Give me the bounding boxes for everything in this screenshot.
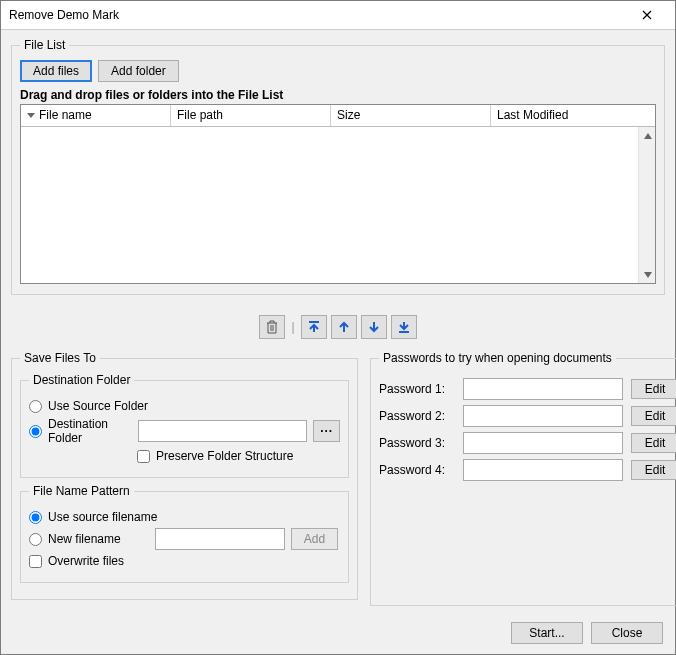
use-source-folder-input[interactable] bbox=[29, 400, 42, 413]
scroll-down-icon[interactable] bbox=[639, 266, 656, 283]
trash-icon bbox=[266, 320, 278, 334]
move-down-button[interactable] bbox=[361, 315, 387, 339]
use-source-filename-radio[interactable]: Use source filename bbox=[29, 510, 157, 524]
destination-folder-field[interactable] bbox=[138, 420, 307, 442]
scrollbar[interactable] bbox=[638, 127, 655, 283]
file-table: File name File path Size Last Modified bbox=[20, 104, 656, 284]
footer: Start... Close bbox=[1, 614, 675, 654]
file-list-legend: File List bbox=[20, 38, 69, 52]
window-close-button[interactable] bbox=[627, 1, 667, 29]
scroll-up-icon[interactable] bbox=[639, 127, 656, 144]
list-actions-toolbar: | bbox=[11, 315, 665, 339]
destination-folder-fieldset: Destination Folder Use Source Folder Des… bbox=[20, 373, 349, 478]
move-bottom-icon bbox=[398, 321, 410, 333]
browse-button[interactable]: ... bbox=[313, 420, 340, 442]
password-3-label: Password 3: bbox=[379, 436, 455, 450]
col-file-name[interactable]: File name bbox=[21, 105, 171, 126]
destination-folder-label: Destination Folder bbox=[48, 417, 132, 445]
content: File List Add files Add folder Drag and … bbox=[1, 30, 675, 614]
add-filename-button[interactable]: Add bbox=[291, 528, 338, 550]
destination-folder-radio[interactable]: Destination Folder bbox=[29, 417, 132, 445]
preserve-structure-check[interactable]: Preserve Folder Structure bbox=[137, 449, 293, 463]
save-files-to-fieldset: Save Files To Destination Folder Use Sou… bbox=[11, 351, 358, 600]
password-4-label: Password 4: bbox=[379, 463, 455, 477]
close-button[interactable]: Close bbox=[591, 622, 663, 644]
file-name-pattern-fieldset: File Name Pattern Use source filename Ne… bbox=[20, 484, 349, 583]
file-table-body[interactable] bbox=[21, 127, 655, 283]
col-file-path[interactable]: File path bbox=[171, 105, 331, 126]
save-files-to-legend: Save Files To bbox=[20, 351, 100, 365]
file-list-fieldset: File List Add files Add folder Drag and … bbox=[11, 38, 665, 295]
move-up-button[interactable] bbox=[331, 315, 357, 339]
move-top-icon bbox=[308, 321, 320, 333]
lower-panels: Save Files To Destination Folder Use Sou… bbox=[11, 351, 665, 606]
col-size[interactable]: Size bbox=[331, 105, 491, 126]
passwords-panel: Passwords to try when opening documents … bbox=[370, 351, 676, 606]
new-filename-label: New filename bbox=[48, 532, 121, 546]
move-bottom-button[interactable] bbox=[391, 315, 417, 339]
password-2-edit-button[interactable]: Edit bbox=[631, 406, 676, 426]
new-filename-input[interactable] bbox=[29, 533, 42, 546]
password-row-1: Password 1: Edit bbox=[379, 378, 676, 400]
use-source-filename-input[interactable] bbox=[29, 511, 42, 524]
col-last-modified[interactable]: Last Modified bbox=[491, 105, 655, 126]
passwords-fieldset: Passwords to try when opening documents … bbox=[370, 351, 676, 606]
password-row-4: Password 4: Edit bbox=[379, 459, 676, 481]
use-source-filename-label: Use source filename bbox=[48, 510, 157, 524]
overwrite-files-input[interactable] bbox=[29, 555, 42, 568]
window-title: Remove Demo Mark bbox=[9, 8, 627, 22]
password-1-field[interactable] bbox=[463, 378, 623, 400]
password-1-label: Password 1: bbox=[379, 382, 455, 396]
password-3-edit-button[interactable]: Edit bbox=[631, 433, 676, 453]
drag-drop-hint: Drag and drop files or folders into the … bbox=[20, 88, 656, 102]
titlebar: Remove Demo Mark bbox=[1, 1, 675, 30]
password-1-edit-button[interactable]: Edit bbox=[631, 379, 676, 399]
destination-folder-legend: Destination Folder bbox=[29, 373, 134, 387]
add-files-button[interactable]: Add files bbox=[20, 60, 92, 82]
move-down-icon bbox=[368, 321, 380, 333]
password-3-field[interactable] bbox=[463, 432, 623, 454]
preserve-structure-input[interactable] bbox=[137, 450, 150, 463]
use-source-folder-radio[interactable]: Use Source Folder bbox=[29, 399, 148, 413]
move-up-icon bbox=[338, 321, 350, 333]
file-name-pattern-legend: File Name Pattern bbox=[29, 484, 134, 498]
preserve-structure-label: Preserve Folder Structure bbox=[156, 449, 293, 463]
destination-folder-input[interactable] bbox=[29, 425, 42, 438]
overwrite-files-check[interactable]: Overwrite files bbox=[29, 554, 124, 568]
file-list-button-row: Add files Add folder bbox=[20, 60, 656, 82]
use-source-folder-label: Use Source Folder bbox=[48, 399, 148, 413]
password-2-field[interactable] bbox=[463, 405, 623, 427]
passwords-legend: Passwords to try when opening documents bbox=[379, 351, 616, 365]
save-panel: Save Files To Destination Folder Use Sou… bbox=[11, 351, 358, 606]
separator: | bbox=[289, 320, 296, 334]
new-filename-field[interactable] bbox=[155, 528, 285, 550]
delete-button[interactable] bbox=[259, 315, 285, 339]
new-filename-radio[interactable]: New filename bbox=[29, 532, 121, 546]
window: Remove Demo Mark File List Add files Add… bbox=[0, 0, 676, 655]
password-4-field[interactable] bbox=[463, 459, 623, 481]
add-folder-button[interactable]: Add folder bbox=[98, 60, 179, 82]
overwrite-files-label: Overwrite files bbox=[48, 554, 124, 568]
file-table-header: File name File path Size Last Modified bbox=[21, 105, 655, 127]
start-button[interactable]: Start... bbox=[511, 622, 583, 644]
move-top-button[interactable] bbox=[301, 315, 327, 339]
password-row-2: Password 2: Edit bbox=[379, 405, 676, 427]
password-row-3: Password 3: Edit bbox=[379, 432, 676, 454]
password-2-label: Password 2: bbox=[379, 409, 455, 423]
close-icon bbox=[642, 10, 652, 20]
password-4-edit-button[interactable]: Edit bbox=[631, 460, 676, 480]
